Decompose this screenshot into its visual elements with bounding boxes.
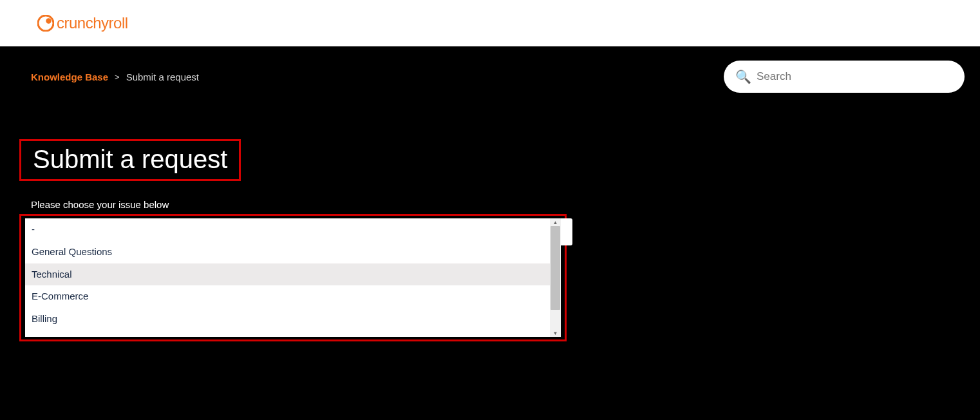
breadcrumb-separator: > [115, 72, 120, 82]
scroll-down-icon[interactable]: ▼ [550, 329, 561, 337]
option-general-questions[interactable]: General Questions [25, 241, 561, 263]
option-membership[interactable]: Membership [25, 330, 561, 337]
scrollbar-thumb[interactable] [551, 226, 560, 310]
breadcrumb: Knowledge Base > Submit a request [31, 72, 199, 82]
option-ecommerce[interactable]: E-Commerce [25, 285, 561, 308]
issue-select-label: Please choose your issue below [31, 199, 980, 210]
svg-point-0 [38, 15, 53, 31]
content-area: Knowledge Base > Submit a request 🔍 Subm… [0, 46, 980, 420]
form-section: Please choose your issue below - General… [19, 199, 980, 341]
search-box[interactable]: 🔍 [724, 61, 965, 93]
page-title-highlight: Submit a request [19, 139, 241, 181]
page-title: Submit a request [33, 145, 227, 174]
option-blank[interactable]: - [25, 218, 561, 241]
crunchyroll-icon [37, 15, 54, 32]
issue-select-highlight: - General Questions Technical E-Commerce… [19, 214, 567, 341]
scrollbar-track[interactable]: ▲ ▼ [550, 218, 561, 337]
header-bar: crunchyroll [0, 0, 980, 46]
breadcrumb-current: Submit a request [126, 72, 199, 82]
dropdown-caret-box [561, 218, 572, 245]
option-technical[interactable]: Technical [25, 263, 561, 286]
search-icon: 🔍 [735, 69, 751, 84]
top-row: Knowledge Base > Submit a request 🔍 [0, 46, 980, 93]
issue-select-list[interactable]: - General Questions Technical E-Commerce… [25, 218, 561, 337]
brand-name: crunchyroll [57, 14, 128, 32]
search-input[interactable] [757, 70, 953, 83]
scroll-up-icon[interactable]: ▲ [550, 218, 561, 226]
svg-point-1 [46, 18, 51, 23]
option-billing[interactable]: Billing [25, 308, 561, 330]
breadcrumb-root-link[interactable]: Knowledge Base [31, 72, 108, 82]
brand-logo[interactable]: crunchyroll [37, 14, 128, 32]
